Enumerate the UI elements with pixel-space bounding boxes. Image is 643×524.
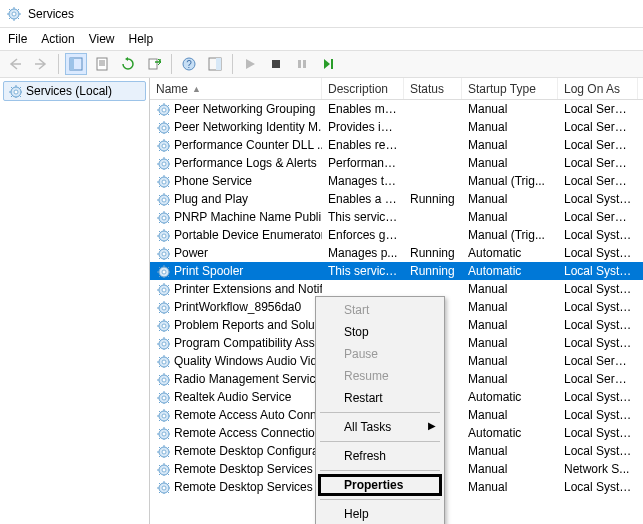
service-row[interactable]: Peer Networking GroupingEnables mul...Ma… — [150, 100, 643, 118]
back-button[interactable] — [4, 53, 26, 75]
restart-service-button[interactable] — [317, 53, 339, 75]
gear-icon — [156, 336, 170, 350]
toolbar-separator — [171, 54, 172, 74]
service-name: Phone Service — [174, 174, 252, 188]
svg-text:?: ? — [186, 59, 192, 70]
service-log-on-as: Local Syste... — [558, 246, 638, 260]
service-startup-type: Automatic — [462, 246, 558, 260]
ctx-pause[interactable]: Pause — [318, 343, 442, 365]
service-startup-type: Manual — [462, 480, 558, 494]
svg-rect-22 — [298, 60, 301, 68]
gear-icon — [156, 354, 170, 368]
properties-toolbar-button[interactable] — [91, 53, 113, 75]
gear-icon — [156, 192, 170, 206]
svg-rect-20 — [216, 58, 221, 70]
service-log-on-as: Local Service — [558, 372, 638, 386]
column-header-startup-type[interactable]: Startup Type — [462, 78, 558, 99]
stop-service-button[interactable] — [265, 53, 287, 75]
forward-button[interactable] — [30, 53, 52, 75]
gear-icon — [156, 444, 170, 458]
service-name: PNRP Machine Name Publi... — [174, 210, 322, 224]
service-log-on-as: Local Syste... — [558, 390, 638, 404]
service-startup-type: Manual — [462, 210, 558, 224]
service-log-on-as: Local Syste... — [558, 282, 638, 296]
gear-icon — [156, 228, 170, 242]
service-row[interactable]: Print SpoolerThis service ...RunningAuto… — [150, 262, 643, 280]
show-hide-tree-button[interactable] — [65, 53, 87, 75]
service-log-on-as: Local Syste... — [558, 192, 638, 206]
export-button[interactable] — [143, 53, 165, 75]
service-row[interactable]: PNRP Machine Name Publi...This service .… — [150, 208, 643, 226]
service-row[interactable]: Peer Networking Identity M...Provides id… — [150, 118, 643, 136]
ctx-restart[interactable]: Restart — [318, 387, 442, 409]
ctx-help[interactable]: Help — [318, 503, 442, 524]
gear-icon — [156, 426, 170, 440]
gear-icon — [156, 210, 170, 224]
service-startup-type: Manual — [462, 336, 558, 350]
service-name: Remote Access Connection... — [174, 426, 322, 440]
menu-view[interactable]: View — [89, 32, 115, 46]
service-name: Printer Extensions and Notif... — [174, 282, 322, 296]
service-name: Remote Desktop Configurat... — [174, 444, 322, 458]
menu-help[interactable]: Help — [129, 32, 154, 46]
svg-rect-11 — [70, 58, 74, 70]
service-row[interactable]: PowerManages p...RunningAutomaticLocal S… — [150, 244, 643, 262]
menu-file[interactable]: File — [8, 32, 27, 46]
service-name: Power — [174, 246, 208, 260]
service-log-on-as: Local Syste... — [558, 426, 638, 440]
ctx-resume[interactable]: Resume — [318, 365, 442, 387]
svg-rect-21 — [272, 60, 280, 68]
help-toolbar-button[interactable]: ? — [178, 53, 200, 75]
service-log-on-as: Local Syste... — [558, 264, 638, 278]
column-header-description[interactable]: Description — [322, 78, 404, 99]
sidebar-item-services-local[interactable]: Services (Local) — [3, 81, 146, 101]
start-service-button[interactable] — [239, 53, 261, 75]
pause-service-button[interactable] — [291, 53, 313, 75]
column-header-status[interactable]: Status — [404, 78, 462, 99]
service-startup-type: Manual — [462, 156, 558, 170]
gear-icon — [8, 84, 22, 98]
service-name: Realtek Audio Service — [174, 390, 291, 404]
service-startup-type: Manual — [462, 462, 558, 476]
service-row[interactable]: Performance Logs & AlertsPerformanc...Ma… — [150, 154, 643, 172]
service-row[interactable]: Portable Device Enumerator...Enforces gr… — [150, 226, 643, 244]
gear-icon — [156, 282, 170, 296]
service-log-on-as: Local Syste... — [558, 228, 638, 242]
ctx-stop[interactable]: Stop — [318, 321, 442, 343]
service-startup-type: Manual — [462, 300, 558, 314]
ctx-properties[interactable]: Properties — [318, 474, 442, 496]
ctx-separator — [320, 412, 440, 413]
service-description: Performanc... — [322, 156, 404, 170]
service-row[interactable]: Plug and PlayEnables a c...RunningManual… — [150, 190, 643, 208]
gear-icon — [156, 300, 170, 314]
column-header-log-on-as[interactable]: Log On As — [558, 78, 638, 99]
service-row[interactable]: Performance Counter DLL ...Enables rem..… — [150, 136, 643, 154]
gear-icon — [156, 480, 170, 494]
service-name: Plug and Play — [174, 192, 248, 206]
ctx-separator — [320, 441, 440, 442]
service-description: Manages th... — [322, 174, 404, 188]
gear-icon — [156, 102, 170, 116]
service-description: Enables rem... — [322, 138, 404, 152]
service-startup-type: Manual — [462, 408, 558, 422]
ctx-refresh[interactable]: Refresh — [318, 445, 442, 467]
gear-icon — [156, 372, 170, 386]
service-startup-type: Manual — [462, 318, 558, 332]
service-description: This service ... — [322, 210, 404, 224]
service-log-on-as: Local Service — [558, 120, 638, 134]
ctx-all-tasks[interactable]: All Tasks▶ — [318, 416, 442, 438]
service-startup-type: Manual (Trig... — [462, 174, 558, 188]
service-name: Portable Device Enumerator... — [174, 228, 322, 242]
service-log-on-as: Local Service — [558, 102, 638, 116]
sidebar-item-label: Services (Local) — [26, 84, 112, 98]
ctx-start[interactable]: Start — [318, 299, 442, 321]
menu-action[interactable]: Action — [41, 32, 74, 46]
refresh-button[interactable] — [117, 53, 139, 75]
service-startup-type: Manual (Trig... — [462, 228, 558, 242]
svg-rect-12 — [97, 58, 107, 70]
column-header-name[interactable]: Name▲ — [150, 78, 322, 99]
service-log-on-as: Local Syste... — [558, 300, 638, 314]
action-pane-button[interactable] — [204, 53, 226, 75]
service-row[interactable]: Phone ServiceManages th...Manual (Trig..… — [150, 172, 643, 190]
gear-icon — [156, 390, 170, 404]
